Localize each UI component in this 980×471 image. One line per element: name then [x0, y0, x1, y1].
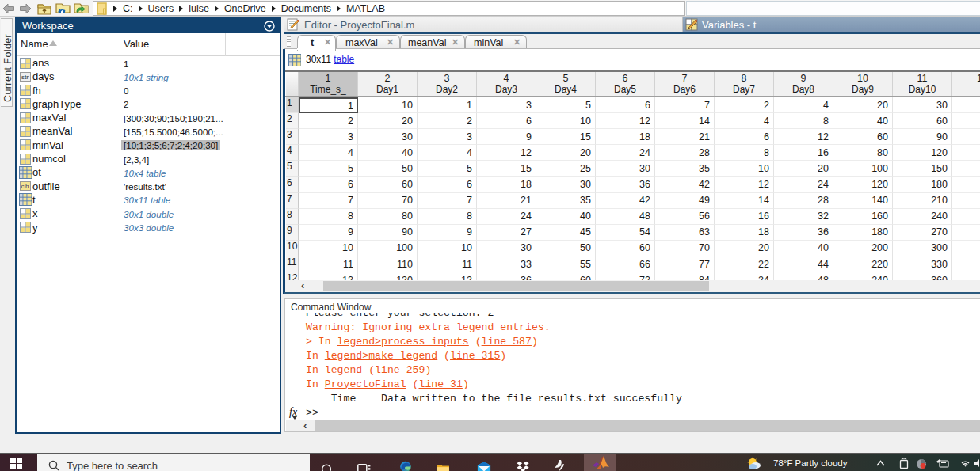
svg-text:c: c — [21, 183, 25, 190]
svg-text:h: h — [25, 183, 29, 190]
svg-text:str: str — [21, 74, 29, 80]
